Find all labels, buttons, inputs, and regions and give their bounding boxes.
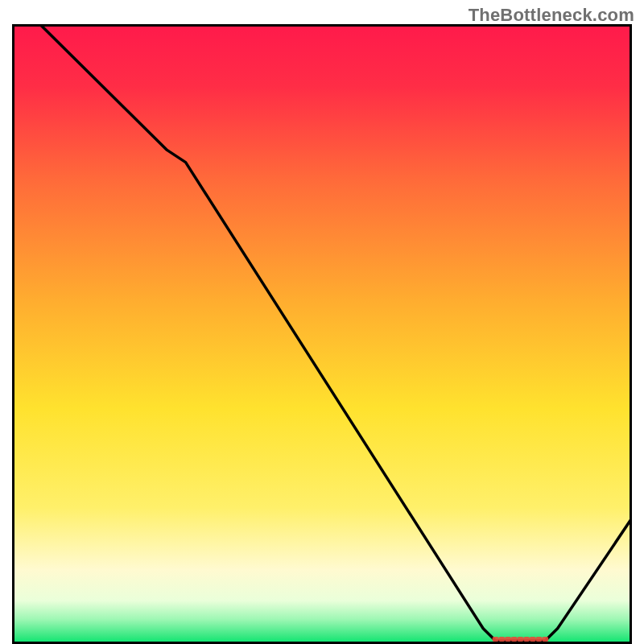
plateau-mark (493, 637, 549, 642)
chart-svg (12, 24, 632, 644)
plateau-mark-dot (542, 637, 548, 642)
gradient-background (12, 24, 632, 644)
plateau-mark-dot (536, 637, 543, 642)
plateau-mark-dot (523, 637, 530, 642)
plateau-mark-dot (517, 637, 523, 642)
chart-stage: TheBottleneck.com (0, 0, 644, 644)
plateau-mark-dot (493, 637, 499, 642)
plateau-mark-dot (498, 637, 505, 642)
watermark-text: TheBottleneck.com (469, 5, 634, 26)
plateau-mark-dot (511, 637, 518, 642)
plateau-mark-dot (505, 637, 511, 642)
plateau-mark-dot (530, 637, 536, 642)
